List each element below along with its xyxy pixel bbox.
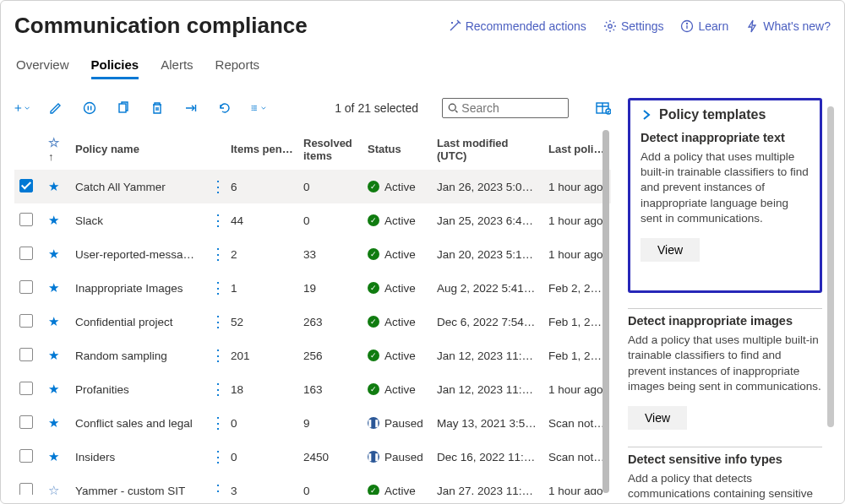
status-dot-icon: ✓ (368, 383, 379, 395)
resolved-cell: 163 (298, 372, 363, 406)
tab-reports[interactable]: Reports (215, 54, 260, 79)
pending-cell: 3 (226, 474, 298, 495)
favorite-star-icon[interactable]: ★ (48, 449, 59, 463)
delete-button[interactable] (150, 100, 165, 116)
row-checkbox[interactable] (19, 247, 33, 260)
wand-icon (448, 19, 461, 33)
favorite-star-icon[interactable]: ★ (48, 415, 59, 430)
table-row[interactable]: ★Random sampling⋮201256✓ActiveJan 12, 20… (14, 339, 611, 372)
favorite-star-icon[interactable]: ★ (48, 382, 59, 396)
policy-name-cell: Catch All Yammer (70, 170, 205, 203)
export-button[interactable] (183, 100, 199, 116)
policy-name-cell: Inappropriate Images (70, 271, 205, 305)
row-menu-button[interactable]: ⋮ (210, 313, 224, 330)
table-row[interactable]: ★User-reported-messages⋮233✓ActiveJan 20… (14, 237, 611, 271)
col-pending[interactable]: Items pending … (226, 128, 298, 170)
modified-cell: Jan 20, 2023 5:13 PM (432, 237, 543, 271)
edit-button[interactable] (48, 100, 63, 116)
row-checkbox[interactable] (19, 179, 33, 192)
table-row[interactable]: ☆Yammer - custom SIT⋮30✓ActiveJan 27, 20… (14, 474, 611, 495)
col-favorite[interactable]: ☆ ↑ (43, 128, 70, 170)
table-scrollbar[interactable] (602, 130, 609, 493)
favorite-star-icon[interactable]: ★ (48, 247, 59, 261)
chevron-down-icon (261, 104, 266, 112)
row-checkbox[interactable] (19, 449, 33, 463)
favorite-star-icon[interactable]: ★ (48, 314, 59, 328)
col-modified[interactable]: Last modified (UTC) (432, 128, 543, 170)
row-menu-button[interactable]: ⋮ (210, 448, 224, 465)
pending-cell: 6 (226, 170, 298, 203)
table-row[interactable]: ★Confidential project⋮52263✓ActiveDec 6,… (14, 305, 611, 339)
row-menu-button[interactable]: ⋮ (210, 347, 224, 364)
row-checkbox[interactable] (19, 213, 33, 226)
col-scan[interactable]: Last policy s (543, 128, 611, 170)
favorite-star-icon[interactable]: ★ (48, 179, 59, 193)
table-row[interactable]: ★Insiders⋮02450❚❚PausedDec 16, 2022 11:2… (14, 440, 611, 474)
svg-point-6 (84, 103, 95, 114)
template-title: Detect inappropriate text (641, 131, 810, 144)
recommended-actions-link[interactable]: Recommended actions (448, 19, 586, 33)
view-button[interactable]: View (641, 238, 700, 262)
policy-name-cell: Conflict sales and legal (70, 406, 205, 440)
col-name[interactable]: Policy name (70, 128, 205, 170)
favorite-star-icon[interactable]: ★ (48, 348, 59, 362)
row-menu-button[interactable]: ⋮ (210, 415, 224, 431)
modified-cell: Jan 25, 2023 6:43 A… (432, 203, 543, 237)
status-dot-icon: ✓ (368, 350, 379, 361)
learn-label: Learn (698, 19, 728, 33)
group-button[interactable] (251, 100, 266, 116)
policy-name-cell: Confidential project (70, 305, 205, 339)
row-checkbox[interactable] (19, 382, 33, 395)
row-menu-button[interactable]: ⋮ (210, 178, 224, 195)
refresh-button[interactable] (217, 100, 232, 116)
favorite-star-icon[interactable]: ★ (48, 213, 59, 227)
table-row[interactable]: ★Conflict sales and legal⋮09❚❚PausedMay … (14, 406, 611, 440)
table-row[interactable]: ★Catch All Yammer⋮60✓ActiveJan 26, 2023 … (14, 170, 611, 203)
side-scrollbar[interactable] (827, 106, 834, 427)
policy-name-cell: User-reported-messages (70, 237, 205, 271)
row-menu-button[interactable]: ⋮ (210, 246, 224, 263)
search-input[interactable] (461, 101, 563, 115)
row-checkbox[interactable] (19, 415, 33, 429)
tab-overview[interactable]: Overview (16, 54, 69, 79)
policy-templates-header[interactable]: Policy templates (641, 107, 810, 122)
col-status[interactable]: Status (363, 128, 432, 170)
modified-cell: Dec 6, 2022 7:54 PM (432, 305, 543, 339)
view-button[interactable]: View (628, 406, 687, 430)
policy-name-cell: Insiders (70, 440, 205, 474)
row-menu-button[interactable]: ⋮ (210, 482, 224, 495)
add-button[interactable] (14, 100, 30, 116)
row-checkbox[interactable] (19, 314, 33, 328)
table-row[interactable]: ★Slack⋮440✓ActiveJan 25, 2023 6:43 A…1 h… (14, 203, 611, 237)
status-cell: ❚❚Paused (368, 451, 427, 463)
scan-cell: 1 hour ago (543, 170, 611, 203)
pause-button[interactable] (82, 100, 97, 116)
whatsnew-link[interactable]: What's new? (745, 19, 831, 33)
search-icon (448, 102, 458, 114)
status-cell: ✓Active (368, 350, 427, 362)
row-checkbox[interactable] (19, 280, 33, 294)
row-checkbox[interactable] (19, 348, 33, 361)
row-checkbox[interactable] (19, 483, 33, 496)
table-row[interactable]: ★Profanities⋮18163✓ActiveJan 12, 2023 11… (14, 372, 611, 406)
tab-policies[interactable]: Policies (91, 54, 139, 79)
favorite-star-icon[interactable]: ☆ (48, 483, 59, 495)
table-row[interactable]: ★Inappropriate Images⋮119✓ActiveAug 2, 2… (14, 271, 611, 305)
row-menu-button[interactable]: ⋮ (210, 381, 224, 398)
column-options-button[interactable] (596, 101, 611, 115)
settings-link[interactable]: Settings (603, 19, 664, 33)
copy-button[interactable] (116, 100, 131, 116)
tab-alerts[interactable]: Alerts (161, 54, 193, 79)
row-menu-button[interactable]: ⋮ (210, 212, 224, 229)
learn-link[interactable]: Learn (680, 19, 728, 33)
policies-table-wrap: ☆ ↑ Policy name Items pending … Resolved… (14, 128, 611, 495)
scan-cell: 1 hour ago (543, 372, 611, 406)
favorite-star-icon[interactable]: ★ (48, 280, 59, 295)
search-box[interactable] (442, 98, 569, 118)
export-icon (184, 101, 198, 115)
col-resolved[interactable]: Resolved items (298, 128, 363, 170)
row-menu-button[interactable]: ⋮ (210, 279, 224, 296)
table-body: ★Catch All Yammer⋮60✓ActiveJan 26, 2023 … (14, 170, 611, 495)
resolved-cell: 0 (298, 203, 363, 237)
scan-cell: 1 hour ago (543, 474, 611, 495)
